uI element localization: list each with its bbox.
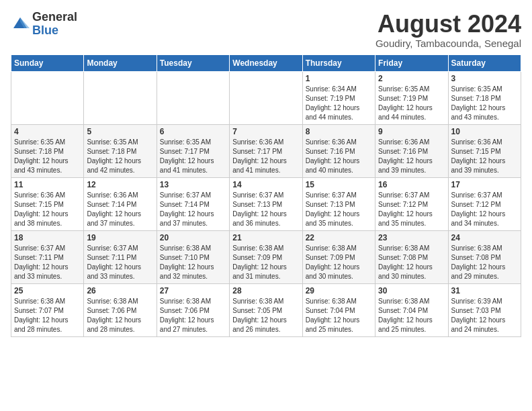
calendar-cell xyxy=(230,71,302,124)
calendar-cell: 23Sunrise: 6:38 AM Sunset: 7:08 PM Dayli… xyxy=(375,230,448,283)
day-number: 12 xyxy=(87,180,153,189)
day-number: 22 xyxy=(306,233,372,242)
day-info: Sunrise: 6:38 AM Sunset: 7:08 PM Dayligh… xyxy=(451,244,518,281)
weekday-header-saturday: Saturday xyxy=(448,54,521,71)
calendar-cell: 2Sunrise: 6:35 AM Sunset: 7:19 PM Daylig… xyxy=(375,71,448,124)
calendar-cell: 1Sunrise: 6:34 AM Sunset: 7:19 PM Daylig… xyxy=(302,71,375,124)
day-number: 11 xyxy=(14,180,81,189)
calendar-cell: 5Sunrise: 6:35 AM Sunset: 7:18 PM Daylig… xyxy=(84,124,157,177)
day-number: 4 xyxy=(14,127,81,136)
logo-blue-text: Blue xyxy=(32,24,77,38)
day-info: Sunrise: 6:35 AM Sunset: 7:18 PM Dayligh… xyxy=(451,85,518,122)
calendar-cell: 8Sunrise: 6:36 AM Sunset: 7:16 PM Daylig… xyxy=(302,124,375,177)
day-info: Sunrise: 6:37 AM Sunset: 7:11 PM Dayligh… xyxy=(87,244,153,281)
calendar-cell: 21Sunrise: 6:38 AM Sunset: 7:09 PM Dayli… xyxy=(230,230,302,283)
day-info: Sunrise: 6:39 AM Sunset: 7:03 PM Dayligh… xyxy=(451,297,518,334)
day-number: 15 xyxy=(306,180,372,189)
day-number: 13 xyxy=(160,180,226,189)
day-number: 18 xyxy=(14,233,81,242)
day-number: 29 xyxy=(306,286,372,295)
month-year-title: August 2024 xyxy=(375,11,521,38)
day-info: Sunrise: 6:37 AM Sunset: 7:14 PM Dayligh… xyxy=(160,191,226,228)
day-number: 2 xyxy=(378,74,445,83)
calendar-cell: 27Sunrise: 6:38 AM Sunset: 7:06 PM Dayli… xyxy=(157,283,229,336)
day-info: Sunrise: 6:37 AM Sunset: 7:13 PM Dayligh… xyxy=(232,191,299,228)
week-row-1: 1Sunrise: 6:34 AM Sunset: 7:19 PM Daylig… xyxy=(11,71,521,124)
day-number: 10 xyxy=(451,127,518,136)
calendar-cell: 12Sunrise: 6:36 AM Sunset: 7:14 PM Dayli… xyxy=(84,177,157,230)
location-subtitle: Goudiry, Tambacounda, Senegal xyxy=(375,38,521,49)
day-number: 3 xyxy=(451,74,518,83)
calendar-cell: 15Sunrise: 6:37 AM Sunset: 7:13 PM Dayli… xyxy=(302,177,375,230)
day-info: Sunrise: 6:35 AM Sunset: 7:18 PM Dayligh… xyxy=(87,138,153,175)
day-number: 6 xyxy=(160,127,226,136)
calendar-cell: 31Sunrise: 6:39 AM Sunset: 7:03 PM Dayli… xyxy=(448,283,521,336)
logo: General Blue xyxy=(11,11,77,38)
day-info: Sunrise: 6:37 AM Sunset: 7:11 PM Dayligh… xyxy=(14,244,81,281)
day-number: 9 xyxy=(378,127,445,136)
logo-icon xyxy=(11,15,30,34)
day-number: 30 xyxy=(378,286,445,295)
week-row-3: 11Sunrise: 6:36 AM Sunset: 7:15 PM Dayli… xyxy=(11,177,521,230)
calendar-cell: 30Sunrise: 6:38 AM Sunset: 7:04 PM Dayli… xyxy=(375,283,448,336)
day-info: Sunrise: 6:38 AM Sunset: 7:09 PM Dayligh… xyxy=(306,244,372,281)
calendar-cell: 22Sunrise: 6:38 AM Sunset: 7:09 PM Dayli… xyxy=(302,230,375,283)
calendar-cell: 10Sunrise: 6:36 AM Sunset: 7:15 PM Dayli… xyxy=(448,124,521,177)
day-number: 25 xyxy=(14,286,81,295)
weekday-header-monday: Monday xyxy=(84,54,157,71)
calendar-cell: 26Sunrise: 6:38 AM Sunset: 7:06 PM Dayli… xyxy=(84,283,157,336)
calendar-cell: 20Sunrise: 6:38 AM Sunset: 7:10 PM Dayli… xyxy=(157,230,229,283)
calendar-cell: 11Sunrise: 6:36 AM Sunset: 7:15 PM Dayli… xyxy=(11,177,84,230)
day-info: Sunrise: 6:38 AM Sunset: 7:06 PM Dayligh… xyxy=(87,297,153,334)
day-info: Sunrise: 6:35 AM Sunset: 7:17 PM Dayligh… xyxy=(160,138,226,175)
week-row-5: 25Sunrise: 6:38 AM Sunset: 7:07 PM Dayli… xyxy=(11,283,521,336)
day-info: Sunrise: 6:36 AM Sunset: 7:15 PM Dayligh… xyxy=(14,191,81,228)
day-number: 7 xyxy=(232,127,299,136)
weekday-header-thursday: Thursday xyxy=(302,54,375,71)
calendar-cell xyxy=(84,71,157,124)
day-number: 14 xyxy=(232,180,299,189)
calendar-cell: 28Sunrise: 6:38 AM Sunset: 7:05 PM Dayli… xyxy=(230,283,302,336)
day-number: 17 xyxy=(451,180,518,189)
calendar-cell: 9Sunrise: 6:36 AM Sunset: 7:16 PM Daylig… xyxy=(375,124,448,177)
calendar-cell: 3Sunrise: 6:35 AM Sunset: 7:18 PM Daylig… xyxy=(448,71,521,124)
day-number: 20 xyxy=(160,233,226,242)
day-info: Sunrise: 6:38 AM Sunset: 7:04 PM Dayligh… xyxy=(306,297,372,334)
day-number: 27 xyxy=(160,286,226,295)
day-info: Sunrise: 6:37 AM Sunset: 7:12 PM Dayligh… xyxy=(378,191,445,228)
page-header: General Blue August 2024 Goudiry, Tambac… xyxy=(11,11,521,49)
calendar-cell: 24Sunrise: 6:38 AM Sunset: 7:08 PM Dayli… xyxy=(448,230,521,283)
title-block: August 2024 Goudiry, Tambacounda, Senega… xyxy=(375,11,521,49)
day-info: Sunrise: 6:34 AM Sunset: 7:19 PM Dayligh… xyxy=(306,85,372,122)
day-info: Sunrise: 6:38 AM Sunset: 7:07 PM Dayligh… xyxy=(14,297,81,334)
calendar-cell: 18Sunrise: 6:37 AM Sunset: 7:11 PM Dayli… xyxy=(11,230,84,283)
weekday-header-friday: Friday xyxy=(375,54,448,71)
week-row-2: 4Sunrise: 6:35 AM Sunset: 7:18 PM Daylig… xyxy=(11,124,521,177)
weekday-header-wednesday: Wednesday xyxy=(230,54,302,71)
day-number: 16 xyxy=(378,180,445,189)
weekday-header-tuesday: Tuesday xyxy=(157,54,229,71)
calendar-cell: 13Sunrise: 6:37 AM Sunset: 7:14 PM Dayli… xyxy=(157,177,229,230)
day-number: 1 xyxy=(306,74,372,83)
calendar-cell xyxy=(157,71,229,124)
day-info: Sunrise: 6:37 AM Sunset: 7:13 PM Dayligh… xyxy=(306,191,372,228)
day-info: Sunrise: 6:37 AM Sunset: 7:12 PM Dayligh… xyxy=(451,191,518,228)
calendar-cell: 4Sunrise: 6:35 AM Sunset: 7:18 PM Daylig… xyxy=(11,124,84,177)
day-number: 23 xyxy=(378,233,445,242)
calendar-cell: 6Sunrise: 6:35 AM Sunset: 7:17 PM Daylig… xyxy=(157,124,229,177)
day-number: 28 xyxy=(232,286,299,295)
day-info: Sunrise: 6:38 AM Sunset: 7:09 PM Dayligh… xyxy=(232,244,299,281)
calendar-cell xyxy=(11,71,84,124)
day-info: Sunrise: 6:36 AM Sunset: 7:16 PM Dayligh… xyxy=(378,138,445,175)
day-info: Sunrise: 6:38 AM Sunset: 7:04 PM Dayligh… xyxy=(378,297,445,334)
day-info: Sunrise: 6:35 AM Sunset: 7:18 PM Dayligh… xyxy=(14,138,81,175)
day-number: 26 xyxy=(87,286,153,295)
day-info: Sunrise: 6:38 AM Sunset: 7:10 PM Dayligh… xyxy=(160,244,226,281)
calendar-cell: 25Sunrise: 6:38 AM Sunset: 7:07 PM Dayli… xyxy=(11,283,84,336)
day-number: 21 xyxy=(232,233,299,242)
day-info: Sunrise: 6:38 AM Sunset: 7:05 PM Dayligh… xyxy=(232,297,299,334)
day-number: 24 xyxy=(451,233,518,242)
day-info: Sunrise: 6:36 AM Sunset: 7:15 PM Dayligh… xyxy=(451,138,518,175)
day-info: Sunrise: 6:35 AM Sunset: 7:19 PM Dayligh… xyxy=(378,85,445,122)
weekday-header-row: SundayMondayTuesdayWednesdayThursdayFrid… xyxy=(11,54,521,71)
